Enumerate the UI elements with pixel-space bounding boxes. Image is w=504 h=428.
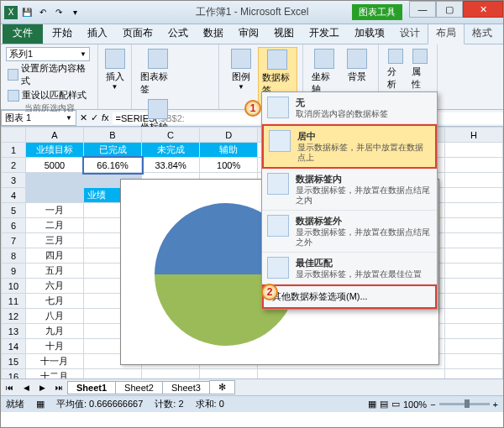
sheet-tabs: ⏮ ◀ ▶ ⏭ Sheet1 Sheet2 Sheet3 ✻	[1, 378, 503, 395]
new-sheet-button[interactable]: ✻	[209, 380, 235, 394]
tab-review[interactable]: 审阅	[231, 23, 266, 44]
annotation-1: 1	[244, 100, 261, 117]
sheet-tab-3[interactable]: Sheet3	[162, 381, 210, 394]
data-labels-menu: 无取消所选内容的数据标签 居中显示数据标签，并居中放置在数据点上 数据标签内显示…	[261, 91, 438, 310]
zoom-in-button[interactable]: +	[493, 399, 498, 410]
tab-view[interactable]: 视图	[266, 23, 302, 44]
insert-button[interactable]: 插入▼	[97, 47, 134, 92]
menu-none[interactable]: 无取消所选内容的数据标签	[262, 92, 437, 124]
quick-access-toolbar: X 💾 ↶ ↷ ▾	[1, 6, 81, 19]
center-icon	[269, 130, 291, 152]
sheet-nav-next[interactable]: ▶	[34, 384, 50, 392]
menu-best-fit[interactable]: 最佳匹配显示数据标签，并放置在最佳位置	[262, 253, 437, 284]
tab-design[interactable]: 设计	[392, 23, 428, 44]
context-tab-group: 图表工具	[352, 4, 402, 20]
sheet-tab-1[interactable]: Sheet1	[67, 381, 116, 394]
window-title: 工作簿1 - Microsoft Excel	[196, 5, 309, 19]
close-button[interactable]: ✕	[463, 1, 503, 18]
redo-icon[interactable]: ↷	[52, 6, 66, 19]
group-current-selection: 当前所选内容	[6, 102, 92, 114]
undo-icon[interactable]: ↶	[36, 6, 50, 19]
menu-center[interactable]: 居中显示数据标签，并居中放置在数据点上	[262, 124, 437, 169]
tab-layout[interactable]: 布局	[428, 22, 465, 44]
view-layout-icon[interactable]: ▤	[380, 399, 388, 410]
chart-title-button[interactable]: 图表标签	[137, 47, 179, 97]
sheet-tab-2[interactable]: Sheet2	[115, 381, 163, 394]
tab-developer[interactable]: 开发工	[302, 23, 347, 44]
reset-style-button[interactable]: 重设以匹配样式	[6, 88, 92, 102]
qat-more-icon[interactable]: ▾	[68, 6, 81, 19]
outside-icon	[267, 215, 289, 237]
tab-home[interactable]: 开始	[45, 23, 80, 44]
view-break-icon[interactable]: ▭	[391, 399, 400, 410]
bestfit-icon	[267, 257, 289, 279]
inside-icon	[267, 173, 289, 195]
ribbon-tabs: 文件 开始 插入 页面布 公式 数据 审阅 视图 开发工 加载项 设计 布局 格…	[1, 24, 503, 44]
maximize-button[interactable]: ▢	[436, 1, 463, 18]
none-icon	[267, 97, 289, 118]
tab-file[interactable]: 文件	[3, 23, 43, 44]
tab-formulas[interactable]: 公式	[160, 23, 196, 44]
sheet-nav-first[interactable]: ⏮	[1, 384, 18, 392]
menu-more-options[interactable]: 其他数据标签选项(M)...	[262, 284, 437, 309]
tab-addins[interactable]: 加载项	[347, 23, 392, 44]
status-macro-icon[interactable]: ▦	[36, 399, 45, 410]
sheet-nav-last[interactable]: ⏭	[50, 384, 68, 392]
status-count: 计数: 2	[155, 398, 183, 410]
save-icon[interactable]: 💾	[20, 6, 34, 19]
menu-outside-end[interactable]: 数据标签外显示数据标签，并放置在数据点结尾之外	[262, 211, 437, 253]
tab-pagelayout[interactable]: 页面布	[115, 23, 160, 44]
excel-icon: X	[4, 6, 18, 19]
tab-data[interactable]: 数据	[196, 23, 231, 44]
menu-inside-end[interactable]: 数据标签内显示数据标签，并放置在数据点结尾之内	[262, 169, 437, 211]
status-ready: 就绪	[6, 398, 24, 410]
status-sum: 求和: 0	[196, 398, 224, 410]
zoom-level[interactable]: 100%	[403, 399, 427, 410]
tab-insert[interactable]: 插入	[80, 23, 115, 44]
annotation-2: 2	[261, 284, 278, 300]
fx-icon[interactable]: fx	[102, 112, 109, 123]
minimize-button[interactable]: —	[409, 1, 436, 18]
tab-format[interactable]: 格式	[465, 23, 500, 44]
zoom-slider[interactable]	[439, 403, 490, 405]
view-normal-icon[interactable]: ▦	[368, 399, 376, 410]
title-bar: X 💾 ↶ ↷ ▾ 工作簿1 - Microsoft Excel 图表工具 — …	[1, 1, 503, 24]
chart-element-selector[interactable]: 系列1▼	[6, 47, 90, 61]
status-average: 平均值: 0.666666667	[56, 398, 143, 410]
sheet-nav-prev[interactable]: ◀	[18, 384, 34, 392]
zoom-out-button[interactable]: −	[430, 399, 435, 410]
legend-button[interactable]: 图例▼	[224, 47, 258, 107]
format-selection-button[interactable]: 设置所选内容格式	[6, 61, 92, 88]
status-bar: 就绪 ▦ 平均值: 0.666666667 计数: 2 求和: 0 ▦ ▤ ▭ …	[1, 395, 503, 412]
